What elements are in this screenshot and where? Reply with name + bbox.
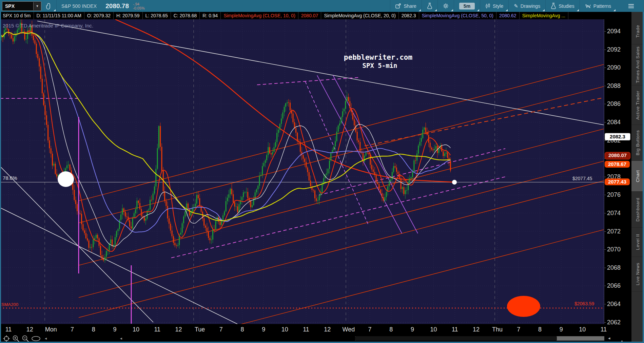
price-tick xyxy=(604,104,606,104)
time-tick-label: 7 xyxy=(71,326,74,333)
scrollbar-thumb[interactable] xyxy=(355,336,557,341)
sidebar-tab-active-trader[interactable]: Active Trader xyxy=(631,85,644,125)
price-bubble-2080.07: 2080.07 xyxy=(605,152,630,159)
sidebar-tab-live-news[interactable]: Live News xyxy=(631,257,644,292)
divider-arrow[interactable]: ◄ xyxy=(119,337,123,340)
violet-steep-1 xyxy=(317,75,402,233)
share-button[interactable]: Share xyxy=(390,0,422,12)
white-trendline-steep xyxy=(0,166,153,322)
time-tick-label: 12 xyxy=(473,326,480,333)
gear-icon xyxy=(443,3,449,9)
ellipse-tool-icon xyxy=(31,336,41,341)
magenta-dashed-top xyxy=(257,77,360,85)
status-segment: L: 2078.65 xyxy=(143,12,171,19)
price-tick-label: 2084 xyxy=(607,119,621,126)
drawings-button[interactable]: ✎ Drawings xyxy=(508,0,545,12)
daily-sma200-label: SMA200 xyxy=(1,302,18,307)
price-bubble-2077.43: 2077.43 xyxy=(605,178,630,185)
status-segment: SimpleMovingAvg (CLOSE, 50, 0) xyxy=(419,12,496,19)
time-tick-label: 8 xyxy=(389,326,393,333)
chevron-down-icon: ▼ xyxy=(33,2,41,10)
price-tick xyxy=(604,50,606,50)
studies-flask-icon xyxy=(551,3,556,9)
price-tick xyxy=(604,177,606,177)
last-price: 2080.78 xyxy=(101,2,133,10)
status-segment: D: 11/11/15 11:00 AM xyxy=(34,12,84,19)
menu-icon xyxy=(628,4,634,8)
orange-ellipse-highlight xyxy=(507,296,540,317)
status-segment: SimpleMovingAvg (CLOSE, 20, 0) xyxy=(321,12,398,19)
timeframe-button[interactable]: 5m xyxy=(454,0,480,12)
chart-scrollbar[interactable] xyxy=(355,336,604,341)
time-tick-label: 11 xyxy=(601,326,607,333)
pebblewriter-line2: SPX 5-min xyxy=(363,62,397,69)
settings-button[interactable] xyxy=(437,0,454,12)
patterns-button[interactable]: Patterns xyxy=(580,0,616,12)
status-segment: C: 2078.68 xyxy=(171,12,200,19)
chart-canvas: 78.6%$2077.45SMA200$2063.59pebblewriter.… xyxy=(0,19,604,324)
status-segment: 2082.3 xyxy=(399,12,419,19)
paperclip-icon xyxy=(46,3,52,9)
quick-study-button[interactable] xyxy=(422,0,437,12)
sidebar-tab-big-buttons[interactable]: Big Buttons xyxy=(631,125,644,161)
symbol-dropdown[interactable]: SPX ▼ xyxy=(2,1,41,11)
td-watermark: 2015 © TD Ameritrade IP Company, Inc. xyxy=(3,23,93,28)
time-axis[interactable]: 1112Mon789101112Tue789101112Wed789101112… xyxy=(0,324,604,334)
studies-button[interactable]: Studies xyxy=(545,0,580,12)
share-icon xyxy=(395,3,402,8)
time-tick-label: 9 xyxy=(560,326,563,333)
crosshair-icon xyxy=(3,335,10,342)
fib-price-label: $2077.45 xyxy=(572,176,592,181)
patterns-label: Patterns xyxy=(593,3,611,9)
magenta-dashed-rising-lower xyxy=(171,177,505,258)
time-tick-label: 8 xyxy=(92,326,95,333)
time-tick-label: 11 xyxy=(5,326,12,333)
price-tick-label: 2068 xyxy=(607,264,621,271)
sidebar-tab-level-ii[interactable]: Level II xyxy=(631,228,644,257)
price-tick xyxy=(604,304,606,304)
price-tick-label: 2062 xyxy=(607,319,621,326)
price-tick xyxy=(604,322,606,323)
price-tick-label: 2086 xyxy=(607,100,621,108)
price-tick xyxy=(604,286,606,286)
price-tick-label: 2072 xyxy=(607,228,621,235)
sidebar-tab-chart[interactable]: Chart xyxy=(631,161,644,192)
price-tick-label: 2090 xyxy=(607,64,621,71)
chart-plot-area[interactable]: 78.6%$2077.45SMA200$2063.59pebblewriter.… xyxy=(0,19,604,324)
menu-button[interactable] xyxy=(624,0,639,12)
sidebar-tab-dashboard[interactable]: Dashboard xyxy=(631,192,644,228)
price-tick xyxy=(604,195,606,195)
daily-sma200-price-label: $2063.59 xyxy=(574,301,594,306)
sidebar-tab-trade[interactable]: Trade xyxy=(631,19,644,44)
price-tick xyxy=(604,68,606,68)
chart-status-bar: SPX 10 d 5mD: 11/11/15 11:00 AMO: 2079.3… xyxy=(0,12,631,19)
time-tick-label: 10 xyxy=(579,326,586,333)
time-tick-label: Wed xyxy=(343,326,355,333)
price-axis[interactable]: 2094209220902088208620842082207820762074… xyxy=(604,19,631,334)
price-tick xyxy=(604,249,606,250)
price-tick-label: 2064 xyxy=(607,301,621,308)
status-segment: H: 2079.59 xyxy=(114,12,143,19)
link-charts-button[interactable] xyxy=(41,0,56,12)
price-tick-label: 2076 xyxy=(607,191,621,198)
time-tick-label: 12 xyxy=(26,326,33,333)
orange-dashed-rising xyxy=(365,98,604,146)
price-tick-label: 2092 xyxy=(607,46,621,53)
price-tick-label: 2066 xyxy=(607,282,621,289)
time-tick-label: 12 xyxy=(324,326,331,333)
status-segment: 2080.07 xyxy=(298,12,321,19)
change-value: -.94 xyxy=(133,2,139,6)
sidebar-tab-times-and-sales[interactable]: Times And Sales xyxy=(631,44,644,85)
style-button[interactable]: Style xyxy=(480,0,508,12)
symbol-description: S&P 500 INDEX xyxy=(57,3,101,9)
time-tick-label: 10 xyxy=(430,326,437,333)
pebblewriter-line1: pebblewriter.com xyxy=(344,53,412,61)
status-segment: R: 0.94 xyxy=(200,12,221,19)
top-toolbar: SPX ▼ S&P 500 INDEX 2080.78 -.94 -0.05% … xyxy=(0,0,644,12)
trendline-layer xyxy=(0,21,604,324)
time-tick-label: 10 xyxy=(133,326,139,333)
flask-icon xyxy=(427,3,432,9)
collapse-panel-arrow[interactable]: ◄ xyxy=(44,337,47,340)
price-tick-label: 2094 xyxy=(607,28,621,35)
fib-level-label: 78.6% xyxy=(3,175,17,181)
